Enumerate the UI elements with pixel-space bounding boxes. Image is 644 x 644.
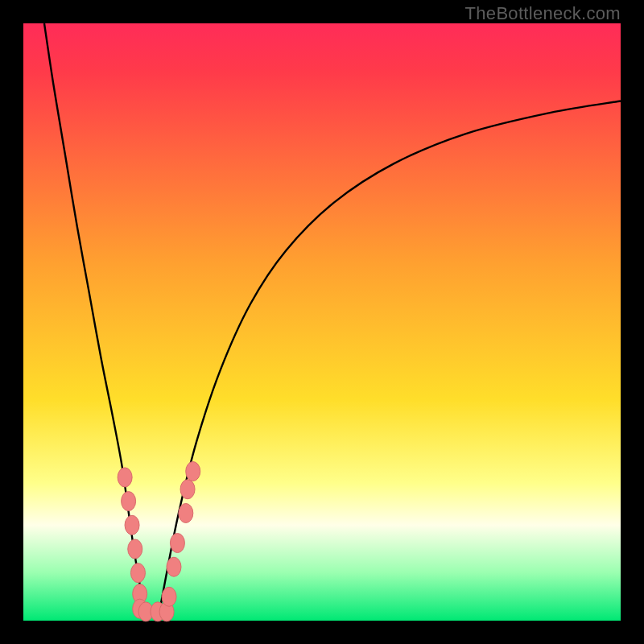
data-marker <box>170 534 184 553</box>
data-marker <box>186 462 200 481</box>
data-marker <box>118 468 132 487</box>
data-marker <box>180 480 195 499</box>
data-marker <box>128 539 142 559</box>
data-marker <box>122 492 136 511</box>
markers-group <box>118 462 200 621</box>
chart-overlay <box>0 0 644 644</box>
chart-frame: TheBottleneck.com <box>0 0 644 644</box>
data-marker <box>179 503 193 522</box>
data-marker <box>125 515 139 535</box>
data-marker <box>130 564 145 583</box>
curve-right <box>158 101 621 621</box>
data-marker <box>162 587 176 606</box>
data-marker <box>167 557 181 576</box>
